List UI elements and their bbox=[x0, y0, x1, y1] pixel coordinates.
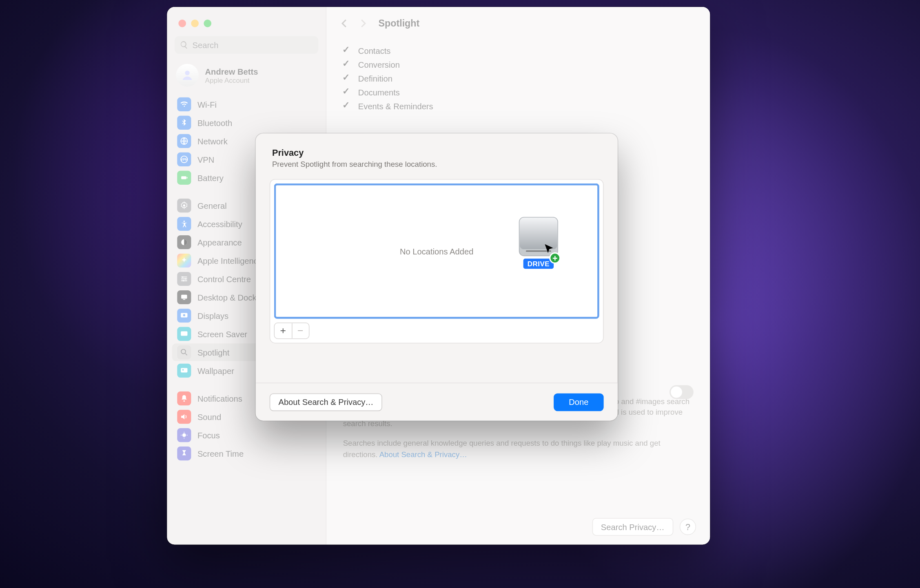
checkbox-icon[interactable] bbox=[343, 102, 352, 111]
close-window-icon[interactable] bbox=[178, 20, 186, 27]
privacy-dropzone[interactable]: No Locations Added + DRIVE bbox=[274, 183, 599, 319]
svg-point-11 bbox=[183, 280, 184, 282]
sidebar-item-label: Notifications bbox=[197, 393, 242, 403]
svg-point-0 bbox=[185, 71, 189, 75]
svg-point-6 bbox=[183, 204, 185, 206]
svg-rect-12 bbox=[181, 295, 187, 299]
sidebar-item-bluetooth[interactable]: Bluetooth bbox=[172, 114, 321, 131]
sidebar-item-label: Accessibility bbox=[197, 219, 242, 228]
wifi-icon bbox=[177, 97, 191, 111]
zoom-window-icon[interactable] bbox=[204, 20, 211, 27]
svg-point-19 bbox=[182, 369, 184, 371]
category-row[interactable]: Conversion bbox=[343, 60, 694, 69]
sidebar-item-label: Apple Intelligence bbox=[197, 256, 262, 265]
bell-icon bbox=[177, 391, 191, 405]
add-remove-buttons: + − bbox=[274, 323, 310, 339]
remove-location-button[interactable]: − bbox=[291, 323, 309, 338]
svg-rect-4 bbox=[181, 176, 186, 179]
search-icon bbox=[177, 345, 191, 359]
search-privacy-button[interactable]: Search Privacy… bbox=[592, 518, 673, 535]
focus-icon bbox=[177, 428, 191, 442]
svg-point-15 bbox=[183, 314, 185, 316]
checkbox-icon[interactable] bbox=[343, 74, 352, 83]
sheet-subtitle: Prevent Spotlight from searching these l… bbox=[272, 160, 601, 169]
bluetooth-icon bbox=[177, 116, 191, 130]
checkbox-icon[interactable] bbox=[343, 88, 352, 97]
page-title: Spotlight bbox=[378, 18, 419, 28]
sidebar-item-label: Desktop & Dock bbox=[197, 292, 257, 302]
sidebar-item-screen-time[interactable]: Screen Time bbox=[172, 444, 321, 462]
window-traffic-lights[interactable] bbox=[167, 12, 326, 33]
drive-label: DRIVE bbox=[523, 259, 553, 269]
sidebar-item-label: Appearance bbox=[197, 237, 242, 247]
category-label: Documents bbox=[358, 88, 400, 97]
wallpaper-icon bbox=[177, 364, 191, 378]
sidebar-item-label: Focus bbox=[197, 430, 220, 440]
minimize-window-icon[interactable] bbox=[191, 20, 199, 27]
account-name: Andrew Betts bbox=[205, 67, 258, 76]
main-footer: Search Privacy… ? bbox=[326, 509, 710, 545]
add-location-button[interactable]: + bbox=[275, 323, 291, 338]
svg-point-9 bbox=[182, 276, 184, 278]
avatar bbox=[176, 64, 199, 87]
category-row[interactable]: Events & Reminders bbox=[343, 102, 694, 111]
sidebar-item-label: General bbox=[197, 201, 227, 210]
sidebar-item-wi-fi[interactable]: Wi-Fi bbox=[172, 95, 321, 113]
screensaver-icon bbox=[177, 327, 191, 341]
svg-point-7 bbox=[184, 221, 185, 222]
accessibility-icon bbox=[177, 217, 191, 231]
sidebar-item-label: Screen Time bbox=[197, 449, 244, 458]
forward-button[interactable] bbox=[359, 19, 367, 27]
svg-rect-5 bbox=[187, 177, 188, 179]
add-badge-icon: + bbox=[549, 252, 561, 264]
category-label: Events & Reminders bbox=[358, 102, 433, 111]
sidebar-item-focus[interactable]: Focus bbox=[172, 426, 321, 444]
dragged-drive: + DRIVE bbox=[519, 217, 558, 269]
sparkle-icon bbox=[177, 254, 191, 267]
svg-rect-16 bbox=[181, 332, 187, 336]
sidebar-item-label: Battery bbox=[197, 173, 224, 182]
sheet-title: Privacy bbox=[272, 147, 601, 157]
svg-text:VPN: VPN bbox=[181, 158, 188, 161]
network-icon bbox=[177, 134, 191, 148]
sidebar-item-label: Wi-Fi bbox=[197, 99, 217, 109]
svg-point-17 bbox=[181, 349, 186, 354]
back-button[interactable] bbox=[340, 19, 348, 27]
battery-icon bbox=[177, 171, 191, 185]
desktop-icon bbox=[177, 290, 191, 304]
displays-icon bbox=[177, 309, 191, 323]
category-row[interactable]: Definition bbox=[343, 74, 694, 83]
search-input[interactable] bbox=[193, 40, 313, 49]
checkbox-icon[interactable] bbox=[343, 46, 352, 55]
category-row[interactable]: Documents bbox=[343, 88, 694, 97]
category-row[interactable]: Contacts bbox=[343, 46, 694, 55]
search-icon bbox=[180, 40, 188, 49]
spotlight-category-list: ContactsConversionDefinitionDocumentsEve… bbox=[326, 40, 710, 118]
checkbox-icon[interactable] bbox=[343, 60, 352, 69]
sidebar-item-label: Screen Saver bbox=[197, 329, 247, 338]
done-button[interactable]: Done bbox=[554, 393, 604, 411]
sidebar-search[interactable] bbox=[175, 36, 318, 53]
category-label: Contacts bbox=[358, 46, 391, 55]
gear-icon bbox=[177, 199, 191, 212]
dropzone-placeholder: No Locations Added bbox=[400, 246, 473, 256]
sidebar-item-label: Network bbox=[197, 136, 228, 146]
category-label: Definition bbox=[358, 74, 392, 83]
about-search-privacy-button[interactable]: About Search & Privacy… bbox=[270, 393, 383, 411]
help-improve-toggle[interactable] bbox=[669, 385, 694, 399]
svg-rect-13 bbox=[183, 299, 185, 300]
vpn-icon: VPN bbox=[177, 153, 191, 166]
hourglass-icon bbox=[177, 447, 191, 460]
privacy-locations-panel: No Locations Added + DRIVE + − bbox=[270, 179, 604, 343]
privacy-sheet: Privacy Prevent Spotlight from searching… bbox=[256, 133, 618, 420]
sidebar-item-label: Control Centre bbox=[197, 274, 251, 283]
help-button[interactable]: ? bbox=[680, 519, 696, 535]
about-search-privacy-link[interactable]: About Search & Privacy… bbox=[379, 450, 467, 459]
account-sub: Apple Account bbox=[205, 76, 258, 84]
svg-point-20 bbox=[184, 400, 185, 402]
sidebar-item-account[interactable]: Andrew Betts Apple Account bbox=[167, 60, 326, 93]
sidebar-item-label: VPN bbox=[197, 155, 214, 164]
category-label: Conversion bbox=[358, 60, 400, 69]
cursor-icon bbox=[544, 243, 554, 254]
sidebar-item-label: Bluetooth bbox=[197, 118, 232, 127]
